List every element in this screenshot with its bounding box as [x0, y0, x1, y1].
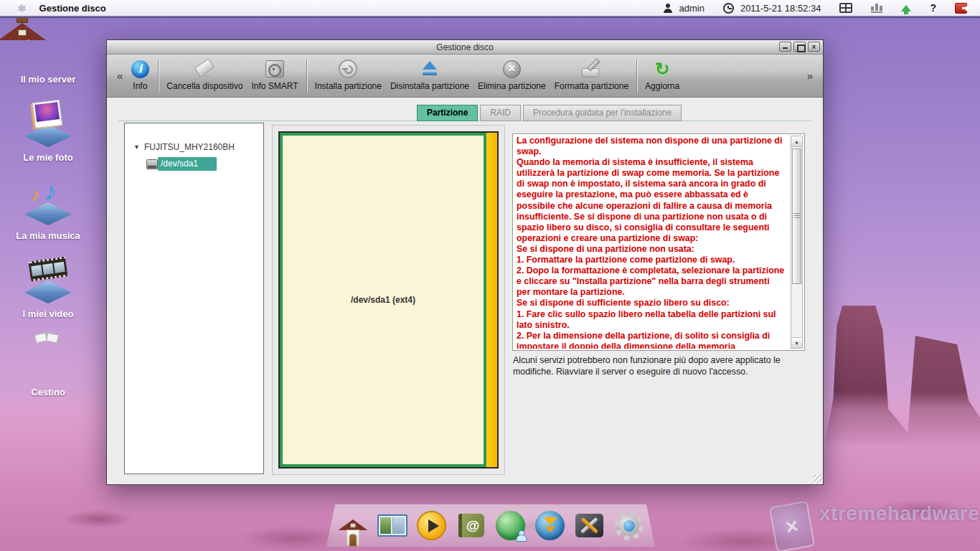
system-logo-icon[interactable]: ❄ — [17, 3, 27, 14]
tab-raid[interactable]: RAID — [480, 105, 521, 121]
toolbar-separator — [306, 60, 307, 93]
app-grid-icon[interactable] — [839, 3, 852, 13]
scroll-thumb[interactable] — [792, 149, 801, 284]
videos-icon — [22, 258, 74, 303]
disk-management-window: Gestione disco × « i Info Cancella dispo… — [106, 39, 824, 485]
minimize-button[interactable] — [779, 42, 791, 52]
tab-bar: Partizione RAID Procedura guidata per l'… — [417, 105, 684, 121]
logged-in-user[interactable]: admin — [679, 3, 704, 14]
device-name: FUJITSU_MHY2160BH — [144, 142, 235, 152]
taskbar-divider — [0, 16, 980, 18]
upload-arrow-icon[interactable] — [901, 5, 911, 11]
dock: @ — [326, 504, 655, 547]
window-resize-grip[interactable] — [813, 474, 822, 484]
collapse-caret-icon[interactable]: ▼ — [133, 143, 140, 151]
media-player-icon — [417, 511, 446, 540]
taskbar-status-area: admin 2011-5-21 18:52:34 ? — [663, 2, 970, 14]
photo-album-icon — [377, 514, 407, 537]
shortcut-label: Cestino — [31, 387, 65, 397]
workgroup-icon[interactable] — [871, 4, 882, 13]
dock-home[interactable] — [336, 509, 369, 542]
partition-sda1-block[interactable]: /dev/sda1 (ext4) — [280, 133, 486, 467]
scroll-down-icon[interactable]: ▼ — [791, 337, 802, 348]
smart-info-button[interactable]: Info SMART — [247, 57, 302, 95]
shortcut-label: La mia musica — [16, 230, 80, 241]
datetime-text: 2011-5-21 18:52:34 — [740, 3, 821, 14]
dock-network[interactable] — [494, 509, 527, 542]
scroll-up-icon[interactable]: ▲ — [791, 136, 802, 147]
maximize-button[interactable] — [793, 42, 806, 52]
window-toolbar: « i Info Cancella dispositivo Info SMART… — [107, 55, 823, 98]
toolbar-separator — [158, 60, 159, 93]
swap-info-panel: La configurazione del sistema non dispon… — [512, 133, 805, 351]
info-scrollbar[interactable]: ▲ ▼ — [791, 136, 803, 349]
erase-device-button[interactable]: Cancella dispositivo — [162, 57, 247, 95]
swap-info-text: La configurazione del sistema non dispon… — [517, 136, 786, 349]
info-button[interactable]: i Info — [126, 57, 154, 95]
dock-settings[interactable] — [613, 509, 646, 542]
dock-contacts[interactable]: @ — [455, 509, 488, 542]
disk-icon — [146, 159, 158, 169]
toolbar-scroll-left-icon[interactable]: « — [114, 70, 126, 82]
toolbar-scroll-right-icon[interactable]: » — [804, 70, 816, 82]
contacts-icon: @ — [458, 514, 484, 537]
partition-map-panel: /dev/sda1 (ext4) — [272, 125, 505, 475]
dock-system-tools[interactable] — [573, 509, 606, 542]
downloads-icon — [535, 511, 565, 540]
watermark-text: xtremehardware.it — [819, 502, 980, 525]
info-icon: i — [131, 60, 149, 78]
shortcut-my-server[interactable]: Il mio server — [10, 23, 86, 85]
dock-downloads[interactable] — [534, 509, 567, 542]
service-restart-note: Alcuni servizi potrebbero non funzionare… — [513, 354, 810, 377]
shortcut-my-videos[interactable]: I miei video — [10, 258, 86, 319]
erase-device-icon — [194, 60, 215, 78]
taskbar-app-title[interactable]: Gestione disco — [39, 3, 106, 14]
partition-bar: /dev/sda1 (ext4) — [278, 131, 499, 468]
dock-media-player[interactable] — [415, 509, 448, 542]
smart-disk-icon — [265, 60, 284, 77]
selected-partition: /dev/sda1 — [158, 157, 217, 171]
shortcut-label: Il mio server — [21, 74, 76, 85]
window-controls: × — [779, 42, 820, 52]
help-icon[interactable]: ? — [930, 2, 936, 14]
settings-gear-icon — [614, 511, 644, 541]
delete-partition-button[interactable]: × Elimina partizione — [473, 57, 550, 95]
music-icon: ♪ ♪ — [22, 179, 74, 225]
window-content: Partizione RAID Procedura guidata per l'… — [107, 99, 823, 484]
unmount-partition-button[interactable]: Disinstalla partizione — [386, 57, 473, 95]
mount-partition-button[interactable]: Installa partizione — [311, 57, 386, 95]
photos-icon — [22, 101, 74, 147]
server-home-icon — [22, 23, 74, 69]
logout-icon[interactable] — [955, 3, 967, 14]
delete-x-icon: × — [503, 60, 521, 78]
tab-partizione[interactable]: Partizione — [417, 105, 478, 121]
shortcut-label: I miei video — [23, 309, 74, 319]
format-partition-button[interactable]: Formatta partizione — [550, 57, 633, 95]
dock-photo-album[interactable] — [376, 509, 409, 542]
system-tools-icon — [575, 514, 603, 537]
shortcut-trash[interactable]: Cestino — [10, 336, 86, 397]
user-icon — [663, 4, 672, 13]
free-space-strip[interactable] — [486, 133, 497, 467]
shortcut-my-photos[interactable]: Le mie foto — [10, 101, 86, 163]
home-icon — [342, 519, 363, 546]
shortcut-my-music[interactable]: ♪ ♪ La mia musica — [10, 179, 86, 241]
trash-icon — [22, 336, 74, 382]
shortcut-label: Le mie foto — [23, 152, 72, 163]
tree-device-row[interactable]: ▼ FUJITSU_MHY2160BH — [133, 142, 263, 152]
desktop-shortcuts: Il mio server Le mie foto ♪ ♪ La mia mus… — [10, 23, 86, 397]
tree-partition-row[interactable]: /dev/sda1 — [146, 157, 263, 171]
window-titlebar[interactable]: Gestione disco × — [107, 40, 823, 55]
refresh-icon: ↻ — [655, 60, 670, 78]
toolbar-separator — [636, 60, 637, 93]
tab-install-wizard[interactable]: Procedura guidata per l'installazione — [523, 105, 682, 121]
device-tree-panel: ▼ FUJITSU_MHY2160BH /dev/sda1 — [124, 123, 264, 474]
clock-icon — [723, 3, 734, 14]
mount-plug-icon — [339, 60, 357, 78]
close-button[interactable]: × — [808, 42, 820, 52]
refresh-button[interactable]: ↻ Aggiorna — [641, 57, 684, 95]
eject-icon — [420, 60, 439, 77]
network-places-icon — [496, 511, 525, 540]
top-taskbar: ❄ Gestione disco admin 2011-5-21 18:52:3… — [0, 0, 980, 16]
partition-label: /dev/sda1 (ext4) — [351, 295, 415, 305]
